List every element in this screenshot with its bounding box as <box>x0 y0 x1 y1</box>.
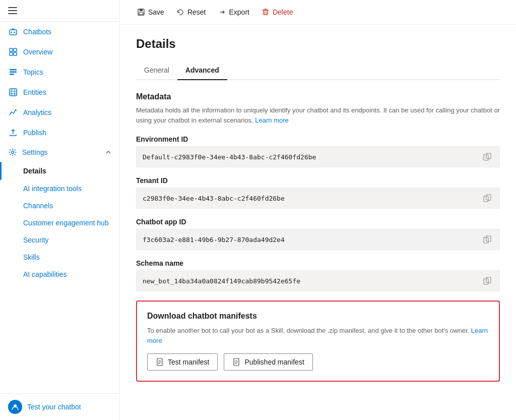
field-value-environment-id: Default-c2983f0e-34ee-4b43-8abc-c2f460fd… <box>136 146 500 167</box>
field-text-chatbot-app-id: f3c603a2-e881-49b6-9b27-870ada49d2e4 <box>143 236 481 244</box>
avatar <box>8 400 22 414</box>
copy-schema-name-button[interactable] <box>481 275 493 287</box>
copy-icon <box>483 153 491 161</box>
sidebar-item-chatbots[interactable]: Chatbots <box>0 22 119 42</box>
tab-advanced[interactable]: Advanced <box>177 61 227 80</box>
svg-rect-9 <box>10 74 14 75</box>
page-title: Details <box>136 37 500 51</box>
svg-point-15 <box>12 151 14 154</box>
chatbots-icon <box>8 27 18 37</box>
export-button[interactable]: Export <box>213 5 254 19</box>
metadata-desc: Metadata holds all the information to un… <box>136 105 500 125</box>
download-manifests-box: Download chatbot manifests To enable ano… <box>136 301 500 382</box>
save-button[interactable]: Save <box>132 5 169 19</box>
svg-rect-19 <box>139 12 143 15</box>
svg-rect-8 <box>10 72 17 73</box>
field-tenant-id: Tenant ID c2983f0e-34ee-4b43-8abc-c2f460… <box>136 176 500 209</box>
field-label-tenant-id: Tenant ID <box>136 176 500 185</box>
sidebar-sub-label-ai-integration: AI integration tools <box>23 185 82 193</box>
sidebar-sub-label-channels: Channels <box>23 202 53 210</box>
field-text-schema-name: new_bot_14ba34a0a0824f149cab89b9542e65fe <box>143 277 481 285</box>
sidebar-sub-label-ai-capabilities: AI capabilities <box>23 270 67 278</box>
sidebar-sub-item-customer-engagement-hub[interactable]: Customer engagement hub <box>0 214 119 231</box>
copy-icon <box>483 194 491 202</box>
copy-chatbot-app-id-button[interactable] <box>481 233 493 246</box>
metadata-learn-more-link[interactable]: Learn more <box>255 116 288 124</box>
entities-icon <box>8 87 18 97</box>
sidebar-item-topics[interactable]: Topics <box>0 62 119 82</box>
field-text-environment-id: Default-c2983f0e-34ee-4b43-8abc-c2f460fd… <box>143 153 481 161</box>
sidebar-item-analytics[interactable]: Analytics <box>0 102 119 123</box>
svg-rect-20 <box>264 10 268 15</box>
svg-rect-6 <box>14 52 17 55</box>
sidebar-sub-item-ai-integration[interactable]: AI integration tools <box>0 180 119 197</box>
svg-point-2 <box>14 32 16 33</box>
sidebar-sub-label-security: Security <box>23 236 49 244</box>
svg-rect-5 <box>10 52 13 55</box>
sidebar-label-entities: Entities <box>23 88 46 96</box>
svg-rect-10 <box>10 89 17 96</box>
copy-environment-id-button[interactable] <box>481 151 493 163</box>
tab-general[interactable]: General <box>136 61 177 80</box>
sidebar-sub-item-ai-capabilities[interactable]: AI capabilities <box>0 266 119 283</box>
field-label-schema-name: Schema name <box>136 259 500 267</box>
reset-label: Reset <box>187 8 206 16</box>
svg-rect-18 <box>140 9 143 11</box>
sidebar-label-analytics: Analytics <box>23 108 51 116</box>
sidebar-sub-item-channels[interactable]: Channels <box>0 197 119 214</box>
test-chatbot-label: Test your chatbot <box>27 403 81 411</box>
copy-icon <box>483 277 491 285</box>
sidebar-header <box>0 0 119 22</box>
field-chatbot-app-id: Chatbot app ID f3c603a2-e881-49b6-9b27-8… <box>136 218 500 250</box>
sidebar-item-settings[interactable]: Settings <box>0 143 119 162</box>
export-label: Export <box>229 8 249 16</box>
export-icon <box>218 8 226 16</box>
field-label-chatbot-app-id: Chatbot app ID <box>136 218 500 226</box>
delete-button[interactable]: Delete <box>256 5 298 19</box>
sidebar-footer-test-chatbot[interactable]: Test your chatbot <box>0 393 119 420</box>
reset-button[interactable]: Reset <box>171 5 211 19</box>
sidebar-label-topics: Topics <box>23 68 43 76</box>
manifest-desc: To enable another bot to call your bot a… <box>147 326 489 345</box>
manifest-title: Download chatbot manifests <box>147 312 489 321</box>
sidebar-label-overview: Overview <box>23 48 52 56</box>
field-value-tenant-id: c2983f0e-34ee-4b43-8abc-c2f460fd26be <box>136 188 500 209</box>
sidebar: Chatbots Overview Topics <box>0 0 120 420</box>
sidebar-sub-item-skills[interactable]: Skills <box>0 249 119 266</box>
sidebar-item-overview[interactable]: Overview <box>0 42 119 62</box>
svg-rect-0 <box>10 30 17 35</box>
copy-tenant-id-button[interactable] <box>481 192 493 204</box>
sidebar-sub-item-details[interactable]: Details <box>0 162 119 180</box>
save-icon <box>137 8 145 16</box>
sidebar-label-publish: Publish <box>23 129 46 137</box>
overview-icon <box>8 47 18 57</box>
main-content: Save Reset Export <box>120 0 516 420</box>
analytics-icon <box>8 107 18 117</box>
sidebar-label-settings: Settings <box>22 148 48 156</box>
field-value-chatbot-app-id: f3c603a2-e881-49b6-9b27-870ada49d2e4 <box>136 229 500 250</box>
svg-rect-7 <box>10 69 17 71</box>
test-manifest-button[interactable]: Test manifest <box>147 353 218 371</box>
sidebar-sub-label-details: Details <box>23 167 46 175</box>
sidebar-item-publish[interactable]: Publish <box>0 123 119 143</box>
save-label: Save <box>148 8 164 16</box>
content-area: Details General Advanced Metadata Metada… <box>120 25 516 420</box>
metadata-title: Metadata <box>136 92 500 101</box>
field-value-schema-name: new_bot_14ba34a0a0824f149cab89b9542e65fe <box>136 270 500 291</box>
toolbar: Save Reset Export <box>120 0 516 25</box>
field-text-tenant-id: c2983f0e-34ee-4b43-8abc-c2f460fd26be <box>143 195 481 202</box>
sidebar-sub-item-security[interactable]: Security <box>0 231 119 249</box>
field-environment-id: Environment ID Default-c2983f0e-34ee-4b4… <box>136 135 500 167</box>
settings-sub-menu: Details AI integration tools Channels Cu… <box>0 162 119 283</box>
tabs-bar: General Advanced <box>136 61 500 80</box>
sidebar-item-entities[interactable]: Entities <box>0 82 119 102</box>
field-label-environment-id: Environment ID <box>136 135 500 143</box>
published-manifest-label: Published manifest <box>244 358 304 366</box>
reset-icon <box>176 8 184 16</box>
document-icon <box>156 358 164 366</box>
metadata-section: Metadata Metadata holds all the informat… <box>136 92 500 291</box>
sidebar-sub-label-skills: Skills <box>23 253 40 261</box>
hamburger-icon[interactable] <box>8 7 17 14</box>
svg-point-1 <box>11 32 13 33</box>
published-manifest-button[interactable]: Published manifest <box>224 353 312 371</box>
